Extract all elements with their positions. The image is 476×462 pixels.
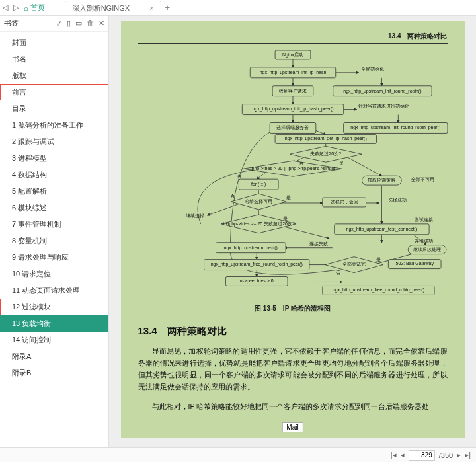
svg-rect-51 (239, 179, 278, 190)
toc-item[interactable]: 前言 (0, 84, 108, 100)
top-toolbar: ◁ ▷ ⌂ 首页 深入剖析NGINGX × + (0, 0, 476, 16)
svg-rect-83 (408, 245, 446, 254)
next-page-icon[interactable]: ▸ (457, 451, 461, 459)
svg-rect-87 (322, 286, 434, 295)
close-panel-icon[interactable]: ✕ (99, 19, 104, 28)
section-title: 13.4 两种策略对比 (138, 325, 448, 338)
svg-text:全局初始化: 全局初始化 (360, 67, 383, 72)
body-paragraph: 显而易见，加权轮询策略的适用性更强，它不依赖于客户端的任何信息，而完全依靠后端服… (138, 346, 448, 393)
svg-text:尝试连接: 尝试连接 (415, 217, 433, 222)
svg-rect-81 (388, 260, 441, 269)
svg-line-15 (207, 203, 241, 215)
toc-list: 封面书名版权前言目录1 源码分析的准备工作2 跟踪与调试3 进程模型4 数据结构… (0, 32, 108, 447)
toc-item[interactable]: 11 动态页面请求处理 (0, 282, 108, 299)
status-bar: |◂ ◂ /350 ▸ ▸| (0, 447, 476, 462)
toc-item[interactable]: 3 进程模型 (0, 150, 108, 167)
toc-item[interactable]: 5 配置解析 (0, 183, 108, 200)
svg-rect-41 (270, 123, 316, 134)
svg-rect-61 (322, 198, 366, 207)
svg-marker-47 (243, 161, 342, 176)
toc-item[interactable]: 12 过滤模块 (0, 299, 108, 315)
back-icon[interactable]: ◁ (3, 3, 8, 12)
toc-item[interactable]: 2 跟踪与调试 (0, 134, 108, 150)
delete-icon[interactable]: 🗑 (87, 19, 94, 28)
svg-text:全部不可用: 全部不可用 (411, 177, 434, 182)
toc-item[interactable]: 封面 (0, 34, 108, 51)
svg-rect-29 (250, 67, 335, 78)
document-page: 13.4 两种策略对比 (121, 21, 465, 438)
toc-item[interactable]: 附录A (0, 348, 108, 365)
svg-rect-43 (275, 134, 376, 143)
svg-marker-45 (290, 146, 362, 162)
svg-rect-75 (204, 260, 309, 270)
toc-item[interactable]: 14 访问控制 (0, 332, 108, 348)
expand-icon[interactable]: ⤢ (56, 19, 62, 28)
toc-item[interactable]: 8 变量机制 (0, 233, 108, 249)
tab-document[interactable]: 深入剖析NGINGX × (65, 1, 161, 15)
svg-rect-68 (334, 224, 428, 235)
svg-rect-34 (272, 86, 313, 96)
last-page-icon[interactable]: ▸| (465, 451, 471, 459)
toc-item[interactable]: 7 事件管理机制 (0, 216, 108, 233)
svg-text:是: 是 (286, 195, 291, 200)
svg-line-11 (345, 156, 381, 176)
prev-page-icon[interactable]: ◂ (401, 451, 405, 459)
sidebar: 书签 ⤢ ▯ ▭ 🗑 ✕ 封面书名版权前言目录1 源码分析的准备工作2 跟踪与调… (0, 16, 109, 447)
toc-item[interactable]: 附录B (0, 365, 108, 381)
svg-rect-39 (343, 123, 447, 134)
first-page-icon[interactable]: |◂ (391, 451, 397, 459)
svg-text:选择成功: 选择成功 (388, 198, 407, 202)
sidebar-label: 书签 (4, 19, 19, 28)
page-header: 13.4 两种策略对比 (138, 32, 448, 44)
body-paragraph: 与此相对，IP 哈希策略能较好地把同一个客户端的多次请求分配到同一台后端服务器处 (138, 401, 448, 413)
sidebar-toolbar: 书签 ⤢ ▯ ▭ 🗑 ✕ (0, 16, 108, 32)
home-button[interactable]: ⌂ 首页 (24, 3, 45, 13)
home-icon: ⌂ (24, 4, 28, 12)
new-tab-button[interactable]: + (165, 3, 171, 13)
document-viewer[interactable]: 13.4 两种策略对比 (109, 16, 476, 447)
svg-text:连接成功: 连接成功 (415, 239, 433, 243)
toc-item[interactable]: 4 数据结构 (0, 167, 108, 183)
svg-text:针对当前请求进行初始化: 针对当前请求进行初始化 (357, 104, 409, 109)
svg-rect-32 (333, 86, 431, 96)
svg-text:是: 是 (338, 161, 343, 166)
svg-rect-28 (275, 50, 311, 59)
svg-text:否: 否 (230, 194, 235, 198)
toc-item[interactable]: 目录 (0, 100, 108, 117)
svg-text:否: 否 (237, 174, 241, 178)
svg-text:继续选择: 继续选择 (185, 213, 204, 218)
svg-rect-58 (362, 176, 401, 185)
toc-item[interactable]: 书名 (0, 51, 108, 67)
page-total: /350 (439, 451, 453, 459)
bookmark-add-icon[interactable]: ▯ (67, 19, 71, 28)
page-input[interactable] (409, 450, 435, 461)
home-label: 首页 (30, 3, 45, 13)
svg-text:否: 否 (298, 161, 303, 165)
toc-item[interactable]: 13 负载均衡 (0, 315, 108, 332)
tab-title: 深入剖析NGINGX (72, 3, 130, 13)
toc-item[interactable]: 9 请求处理与响应 (0, 249, 108, 266)
svg-rect-85 (225, 277, 288, 286)
svg-marker-54 (231, 194, 286, 210)
bookmark-icon[interactable]: ▭ (75, 19, 82, 28)
svg-text:否: 否 (335, 270, 340, 275)
close-icon[interactable]: × (149, 4, 153, 12)
figure-caption: 图 13-5 IP 哈希的流程图 (138, 304, 448, 313)
flowchart-diagram: Nginx启动 ngx_http_upstream_init_ip_hash 全… (138, 48, 448, 297)
svg-text:连接失败: 连接失败 (309, 241, 327, 247)
mail-tooltip: Mail (282, 422, 303, 432)
svg-rect-36 (242, 104, 343, 115)
forward-icon[interactable]: ▷ (13, 3, 19, 12)
svg-text:是: 是 (283, 216, 288, 221)
svg-line-17 (278, 225, 329, 239)
toc-item[interactable]: 版权 (0, 67, 108, 84)
toc-item[interactable]: 10 请求定位 (0, 266, 108, 282)
toc-item[interactable]: 6 模块综述 (0, 200, 108, 216)
toc-item[interactable]: 1 源码分析的准备工作 (0, 117, 108, 134)
svg-rect-71 (216, 243, 286, 253)
svg-text:是: 是 (376, 257, 381, 262)
